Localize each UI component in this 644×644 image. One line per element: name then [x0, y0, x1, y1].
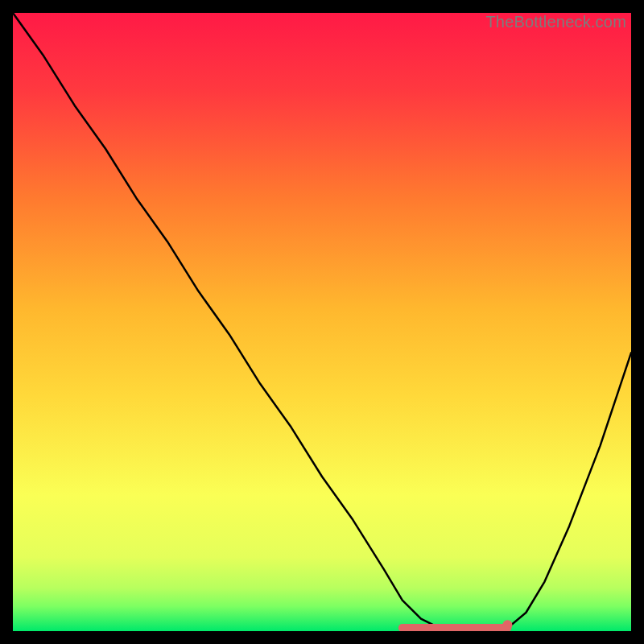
- optimal-point-marker: [502, 620, 512, 630]
- bottleneck-chart: [13, 13, 631, 631]
- gradient-background: [13, 13, 631, 631]
- attribution-text: TheBottleneck.com: [485, 13, 626, 31]
- chart-frame: TheBottleneck.com: [13, 13, 631, 631]
